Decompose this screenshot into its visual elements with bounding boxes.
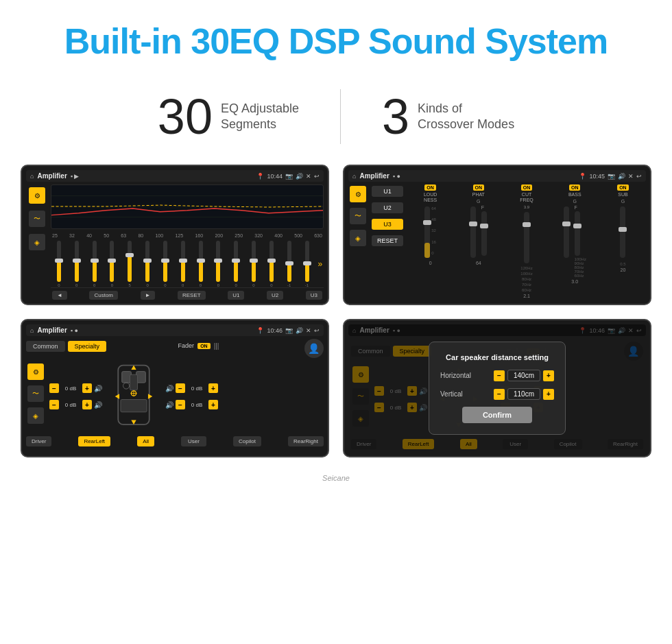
stat-crossover-number: 3 — [382, 92, 409, 141]
slider-6[interactable]: 0 — [139, 241, 156, 287]
slider-12[interactable]: 0 — [245, 241, 262, 287]
dsp-wave-icon[interactable]: 〜 — [350, 208, 366, 224]
sp-rl-plus[interactable]: + — [82, 400, 92, 409]
slider-14[interactable]: -1 — [281, 241, 298, 287]
dsp-reset-btn[interactable]: RESET — [372, 235, 403, 246]
eq-u2-btn[interactable]: U2 — [267, 291, 283, 300]
tab4-specialty: Specialty — [393, 346, 432, 357]
sp-rr-plus[interactable]: + — [208, 400, 218, 409]
dialog-vertical-row: Vertical − 110cm + — [440, 388, 554, 400]
slider-13[interactable]: 0 — [263, 241, 280, 287]
sp-fl-icon: 🔊 — [94, 385, 102, 392]
cutfreq-slider[interactable] — [524, 212, 529, 263]
sp-fl-minus[interactable]: − — [49, 383, 59, 393]
user-btn[interactable]: User — [181, 436, 206, 446]
all-btn[interactable]: All — [137, 436, 154, 446]
copilot-btn[interactable]: Copilot — [233, 436, 261, 446]
slider-4[interactable]: 0 — [104, 241, 120, 287]
spec-wave-icon[interactable]: 〜 — [27, 385, 44, 402]
eq-u1-btn[interactable]: U1 — [228, 291, 244, 300]
dsp-vol-icon[interactable]: ◈ — [350, 230, 366, 246]
tab-common[interactable]: Common — [26, 341, 65, 352]
fader-on-badge: ON — [197, 343, 211, 349]
eq-preset-btn[interactable]: Custom — [89, 291, 118, 300]
rearleft-btn[interactable]: RearLeft — [78, 436, 110, 446]
vertical-plus-btn[interactable]: + — [543, 389, 554, 400]
sub-slider[interactable] — [620, 206, 625, 258]
cutfreq-value: 2.1 — [523, 294, 530, 298]
bass-f-slider[interactable] — [575, 211, 580, 256]
close-icon-4: ✕ — [628, 327, 634, 334]
sp-rl-icon: 🔊 — [94, 401, 102, 409]
stat-eq: 30 EQ Adjustable Segments — [158, 92, 299, 141]
svg-rect-7 — [130, 374, 138, 390]
location-icon-3: 📍 — [256, 327, 264, 334]
eq-vol-icon[interactable]: ◈ — [29, 234, 45, 250]
dsp2-channels: ON LOUDNESS 64 48 32 16 — [407, 184, 646, 298]
confirm-button[interactable]: Confirm — [462, 407, 532, 423]
eq-reset-btn[interactable]: RESET — [178, 291, 206, 300]
dsp-preset-u1[interactable]: U1 — [372, 186, 403, 197]
sub-name: SUB — [618, 192, 627, 198]
eq-u3-btn[interactable]: U3 — [306, 291, 322, 300]
slider-9[interactable]: 0 — [193, 241, 209, 287]
slider-7[interactable]: 0 — [157, 241, 173, 287]
dsp-preset-u3[interactable]: U3 — [372, 219, 403, 230]
sp-rl-db: 0 dB — [61, 402, 80, 408]
dsp-preset-u2[interactable]: U2 — [372, 202, 403, 213]
phat-g: G — [477, 199, 480, 204]
vertical-minus-btn[interactable]: − — [494, 389, 505, 400]
sp-fr-minus[interactable]: − — [176, 383, 185, 393]
spec-eq-icon[interactable]: ⚙ — [27, 363, 44, 380]
bass-g-slider[interactable] — [564, 206, 569, 258]
back-icon: ↩ — [314, 173, 320, 180]
slider-2[interactable]: 0 — [69, 241, 85, 287]
loudness-value: 0 — [429, 261, 432, 265]
sp-fr-plus[interactable]: + — [208, 383, 218, 393]
dsp-eq-icon[interactable]: ⚙ — [350, 186, 366, 202]
slider-8[interactable]: 0 — [175, 241, 191, 287]
spec-vol-icon[interactable]: ◈ — [27, 407, 44, 424]
slider-10[interactable]: 0 — [210, 241, 226, 287]
eq-graph — [51, 184, 324, 229]
bass-name: BASS — [568, 192, 581, 198]
screen3-topbar: ⌂ Amplifier ▪ ● 📍 10:46 📷 🔊 ✕ ↩ — [26, 324, 324, 336]
stat-eq-number: 30 — [158, 92, 213, 141]
horizontal-minus-btn[interactable]: − — [494, 370, 505, 381]
tab-specialty[interactable]: Specialty — [68, 341, 107, 352]
page-container: Built-in 30EQ DSP Sound System 30 EQ Adj… — [0, 0, 672, 485]
sp-ctrl-top-left: − 0 dB + 🔊 — [49, 383, 102, 393]
slider-3[interactable]: 0 — [86, 241, 103, 287]
eq-prev-btn[interactable]: ◄ — [52, 291, 67, 300]
sp-fr-db: 0 dB — [187, 385, 206, 392]
slider-11[interactable]: 0 — [228, 241, 244, 287]
back-icon-4: ↩ — [636, 327, 642, 334]
sp-fl-plus[interactable]: + — [82, 383, 92, 393]
phat-f-slider[interactable] — [481, 211, 487, 256]
driver-btn[interactable]: Driver — [26, 436, 51, 446]
horizontal-plus-btn[interactable]: + — [543, 370, 554, 381]
loudness-slider[interactable] — [424, 206, 430, 258]
slider-15[interactable]: -1 — [299, 241, 315, 287]
rearright-btn[interactable]: RearRight — [288, 436, 324, 446]
stat-crossover-label: Kinds of Crossover Modes — [418, 101, 514, 133]
svg-marker-11 — [115, 394, 119, 398]
slider-1[interactable]: 0 — [51, 241, 67, 287]
eq-wave-icon[interactable]: 〜 — [29, 211, 45, 227]
sub-value: 20 — [621, 267, 626, 272]
sp-rr-minus[interactable]: − — [176, 400, 185, 409]
bass-on-badge: ON — [569, 184, 581, 191]
location-icon-4: 📍 — [579, 327, 586, 334]
sp-rl-minus[interactable]: − — [49, 400, 59, 409]
stat-divider — [340, 89, 341, 144]
phat-g-slider[interactable] — [470, 206, 476, 258]
dialog-horizontal-row: Horizontal − 140cm + — [440, 370, 554, 381]
camera-icon: 📷 — [285, 173, 293, 180]
spec-fader-row: Fader ON ||| — [178, 342, 233, 350]
dsp-ch-sub: ON SUB G 0.5 20 — [600, 184, 646, 298]
dsp-ch-loudness: ON LOUDNESS 64 48 32 16 — [407, 184, 453, 298]
eq-eq-icon[interactable]: ⚙ — [29, 187, 45, 204]
slider-5[interactable]: 5 — [121, 241, 138, 287]
phat-f-label: F — [481, 205, 487, 210]
eq-next-btn[interactable]: ► — [141, 291, 156, 300]
